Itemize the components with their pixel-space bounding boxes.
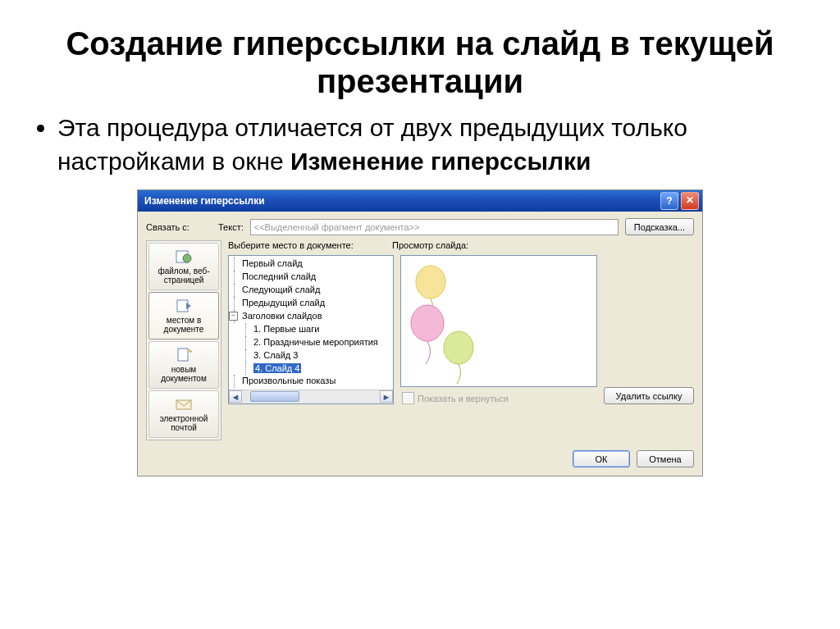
scroll-thumb[interactable] [250, 391, 299, 402]
show-return-checkbox [402, 392, 414, 404]
link-to-new-doc-label: новым документом [151, 365, 217, 383]
preview-pane: Показать и вернуться [400, 255, 597, 404]
hint-button[interactable]: Подсказка... [625, 218, 694, 235]
tree-content: Первый слайд Последний слайд Следующий с… [229, 256, 393, 390]
dialog-titlebar[interactable]: Изменение гиперссылки ? ✕ [138, 190, 702, 212]
panes: Первый слайд Последний слайд Следующий с… [228, 255, 694, 404]
tree-custom-shows[interactable]: Произвольные показы [231, 375, 393, 388]
dialog-title: Изменение гиперссылки [144, 195, 265, 207]
dialog-body: Связать с: Текст: Подсказка... файлом, в… [138, 212, 702, 476]
slide-preview [400, 255, 597, 387]
close-icon: ✕ [686, 194, 694, 206]
help-button[interactable]: ? [660, 192, 678, 210]
svg-rect-3 [178, 349, 188, 361]
link-to-file-web[interactable]: файлом, веб-страницей [148, 243, 219, 290]
link-to-email-label: электронной почтой [151, 414, 217, 432]
top-row: Связать с: Текст: Подсказка... [146, 218, 694, 235]
slide-bullet: Эта процедура отличается от двух предыду… [57, 112, 807, 178]
help-icon: ? [666, 195, 672, 207]
collapse-icon[interactable]: − [229, 312, 238, 321]
tree-title-3[interactable]: 3. Слайд 3 [242, 349, 393, 362]
text-label: Текст: [218, 222, 244, 232]
slide: Создание гиперссылки на слайд в текущей … [0, 0, 840, 629]
svg-marker-4 [189, 349, 192, 352]
tree-title-1[interactable]: 1. Первые шаги [242, 323, 393, 336]
svg-point-1 [183, 254, 191, 262]
slides-tree[interactable]: Первый слайд Последний слайд Следующий с… [228, 255, 394, 404]
svg-point-6 [416, 266, 445, 299]
tree-title-4-selected: 4. Слайд 4 [253, 363, 301, 373]
remove-link-button[interactable]: Удалить ссылку [604, 387, 694, 404]
link-to-new-doc[interactable]: новым документом [148, 341, 219, 389]
tree-title-2[interactable]: 2. Праздничные мероприятия [242, 336, 393, 349]
slide-body-list: Эта процедура отличается от двух предыду… [57, 112, 807, 178]
pane-labels: Выберите место в документе: Просмотр сла… [228, 240, 694, 250]
select-place-label: Выберите место в документе: [228, 240, 392, 250]
slide-title: Создание гиперссылки на слайд в текущей … [33, 25, 807, 100]
link-to-email[interactable]: электронной почтой [148, 390, 219, 438]
link-to-place-in-doc-label: местом в документе [151, 316, 217, 334]
bullet-bold: Изменение гиперссылки [290, 148, 591, 175]
tree-title-4[interactable]: 4. Слайд 4 [242, 362, 393, 376]
tree-item-last[interactable]: Последний слайд [231, 271, 393, 284]
tree-group-titles[interactable]: − Заголовки слайдов [231, 310, 393, 323]
place-in-doc-icon [174, 298, 194, 314]
link-with-label: Связать с: [146, 222, 212, 232]
hyperlink-dialog: Изменение гиперссылки ? ✕ Связать с: Тек… [137, 189, 703, 476]
show-and-return: Показать и вернуться [402, 392, 597, 404]
tree-item-prev[interactable]: Предыдущий слайд [231, 297, 393, 310]
close-button[interactable]: ✕ [681, 192, 699, 210]
text-display-input [250, 219, 619, 235]
new-doc-icon [174, 347, 194, 363]
scroll-left-icon[interactable]: ◄ [229, 390, 242, 403]
show-return-label: Показать и вернуться [418, 394, 509, 403]
preview-label: Просмотр слайда: [392, 240, 694, 250]
balloon-lime [439, 330, 483, 387]
ok-button[interactable]: ОК [573, 450, 630, 467]
scroll-track[interactable] [242, 390, 380, 403]
email-icon [174, 396, 194, 412]
link-to-place-in-doc[interactable]: местом в документе [148, 292, 219, 340]
cancel-button[interactable]: Отмена [637, 450, 694, 467]
screenshot-wrap: Изменение гиперссылки ? ✕ Связать с: Тек… [33, 189, 807, 476]
scroll-right-icon[interactable]: ► [380, 390, 393, 403]
tree-group-titles-label: Заголовки слайдов [242, 311, 322, 321]
tree-item-next[interactable]: Следующий слайд [231, 284, 393, 297]
tree-item-first[interactable]: Первый слайд [231, 258, 393, 271]
dialog-main: Выберите место в документе: Просмотр сла… [228, 240, 694, 440]
link-to-sidebar: файлом, веб-страницей местом в документе [146, 240, 221, 440]
svg-point-8 [444, 331, 473, 364]
file-web-icon [174, 248, 194, 265]
h-scrollbar[interactable]: ◄ ► [229, 390, 393, 403]
link-to-file-web-label: файлом, веб-страницей [151, 267, 217, 285]
side-buttons: Удалить ссылку [604, 255, 694, 404]
dialog-buttons: ОК Отмена [146, 445, 694, 467]
